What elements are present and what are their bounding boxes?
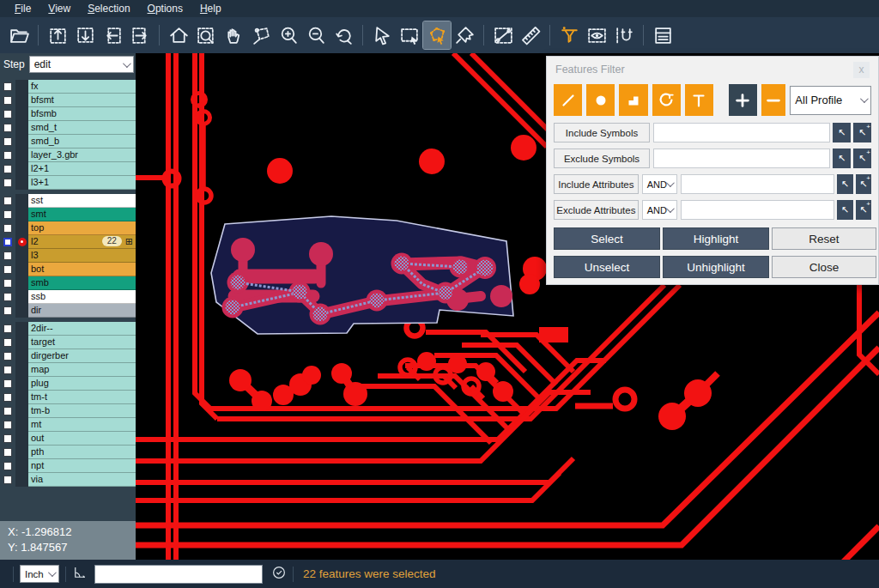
close-button[interactable]: Close bbox=[772, 256, 876, 278]
active-layer-indicator[interactable] bbox=[15, 418, 28, 432]
highlight-button[interactable]: Highlight bbox=[663, 227, 769, 250]
layer-name[interactable]: dirgerber bbox=[28, 349, 136, 363]
layer-row-bfsmb[interactable]: bfsmb bbox=[0, 107, 136, 121]
active-layer-indicator[interactable] bbox=[15, 473, 28, 487]
layer-row-2dir--[interactable]: 2dir-- bbox=[0, 322, 136, 336]
layer-name[interactable]: out bbox=[28, 432, 136, 446]
pick-add-attribute-icon[interactable]: ↖+ bbox=[856, 200, 871, 220]
layer-checkbox[interactable] bbox=[0, 121, 15, 135]
surface-feature-button[interactable] bbox=[619, 84, 647, 116]
menu-help[interactable]: Help bbox=[192, 1, 229, 16]
layer-checkbox[interactable] bbox=[0, 459, 15, 473]
layer-row-l3[interactable]: l3 bbox=[0, 249, 136, 263]
dialog-titlebar[interactable]: Features Filter x bbox=[547, 57, 878, 82]
active-layer-indicator[interactable] bbox=[15, 404, 28, 418]
layer-name[interactable]: target bbox=[28, 336, 136, 349]
layer-checkbox[interactable] bbox=[0, 404, 15, 418]
layer-checkbox[interactable] bbox=[0, 263, 15, 276]
pick-add-symbol-icon[interactable]: ↖+ bbox=[853, 123, 871, 142]
layer-name[interactable]: bfsmb bbox=[28, 107, 136, 121]
pick-attribute-icon[interactable]: ↖ bbox=[837, 200, 852, 220]
exclude-attributes-input[interactable] bbox=[681, 200, 834, 220]
pan-hand-icon[interactable] bbox=[220, 21, 247, 49]
text-feature-button[interactable] bbox=[685, 84, 713, 116]
pad-feature-button[interactable] bbox=[586, 84, 615, 116]
pick-add-symbol-icon[interactable]: ↖+ bbox=[853, 149, 871, 168]
active-layer-indicator[interactable] bbox=[15, 363, 28, 377]
snap-magnet-icon[interactable] bbox=[610, 21, 638, 49]
layer-name[interactable]: pth bbox=[28, 446, 136, 459]
layer-name[interactable]: fx bbox=[28, 80, 136, 94]
active-layer-indicator[interactable] bbox=[15, 322, 28, 336]
layer-row-via[interactable]: via bbox=[0, 473, 136, 487]
active-layer-indicator[interactable] bbox=[15, 194, 28, 208]
step-select[interactable]: edit bbox=[29, 56, 134, 73]
ruler-icon[interactable] bbox=[517, 21, 544, 49]
active-layer-indicator[interactable] bbox=[15, 221, 28, 235]
layer-row-smt[interactable]: smt bbox=[0, 208, 136, 221]
layer-name[interactable]: tm-t bbox=[28, 391, 136, 404]
exclude-symbols-input[interactable] bbox=[653, 149, 830, 168]
zoom-polygon-icon[interactable] bbox=[247, 21, 275, 49]
layer-row-smb[interactable]: smb bbox=[0, 276, 136, 290]
layer-checkbox[interactable] bbox=[0, 107, 15, 121]
layer-checkbox[interactable] bbox=[0, 135, 15, 149]
layer-checkbox[interactable] bbox=[0, 276, 15, 290]
active-layer-indicator[interactable] bbox=[15, 80, 28, 94]
properties-panel-icon[interactable] bbox=[649, 21, 676, 49]
unselect-button[interactable]: Unselect bbox=[554, 256, 660, 278]
pick-symbol-icon[interactable]: ↖ bbox=[833, 123, 851, 142]
layer-checkbox[interactable] bbox=[0, 208, 15, 221]
layer-checkbox[interactable] bbox=[0, 235, 15, 249]
layer-checkbox[interactable] bbox=[0, 322, 15, 336]
layer-checkbox[interactable] bbox=[0, 363, 15, 377]
layer-checkbox[interactable] bbox=[0, 377, 15, 391]
corner-angle-icon[interactable] bbox=[72, 565, 88, 584]
active-layer-indicator[interactable] bbox=[15, 176, 28, 190]
layer-checkbox[interactable] bbox=[0, 149, 15, 162]
layer-checkbox[interactable] bbox=[0, 304, 15, 318]
reset-button[interactable]: Reset bbox=[772, 227, 876, 250]
include-symbols-button[interactable]: Include Symbols bbox=[554, 123, 650, 142]
unhighlight-button[interactable]: Unhighlight bbox=[663, 256, 769, 278]
layer-row-dir[interactable]: dir bbox=[0, 304, 136, 318]
pick-add-attribute-icon[interactable]: ↖+ bbox=[856, 174, 871, 194]
layer-row-pth[interactable]: pth bbox=[0, 446, 136, 459]
add-filter-button[interactable] bbox=[729, 84, 757, 116]
layer-checkbox[interactable] bbox=[0, 391, 15, 404]
pick-symbol-icon[interactable]: ↖ bbox=[833, 149, 851, 168]
layer-name[interactable]: ssb bbox=[28, 290, 136, 304]
layer-row-out[interactable]: out bbox=[0, 432, 136, 446]
layer-name[interactable]: sst bbox=[28, 194, 136, 208]
move-left-icon[interactable] bbox=[99, 21, 126, 49]
layer-name[interactable]: via bbox=[28, 473, 136, 487]
menu-options[interactable]: Options bbox=[140, 1, 191, 16]
layer-name[interactable]: smd_t bbox=[28, 121, 136, 135]
active-layer-indicator[interactable] bbox=[15, 121, 28, 135]
layer-checkbox[interactable] bbox=[0, 80, 15, 94]
command-input[interactable] bbox=[94, 565, 263, 584]
layer-name[interactable]: smb bbox=[28, 276, 136, 290]
line-feature-button[interactable] bbox=[554, 84, 582, 116]
layer-row-fx[interactable]: fx bbox=[0, 80, 136, 94]
layer-row-top[interactable]: top bbox=[0, 221, 136, 235]
layer-name[interactable]: mt bbox=[28, 418, 136, 432]
zoom-out-icon[interactable] bbox=[302, 21, 330, 49]
layer-row-npt[interactable]: npt bbox=[0, 459, 136, 473]
active-layer-indicator[interactable] bbox=[15, 432, 28, 446]
active-layer-indicator[interactable] bbox=[15, 290, 28, 304]
layer-row-mt[interactable]: mt bbox=[0, 418, 136, 432]
menu-selection[interactable]: Selection bbox=[80, 1, 137, 16]
layer-row-map[interactable]: map bbox=[0, 363, 136, 377]
layer-row-smd_t[interactable]: smd_t bbox=[0, 121, 136, 135]
layer-name[interactable]: bot bbox=[28, 263, 136, 276]
menu-view[interactable]: View bbox=[40, 1, 78, 16]
layer-name[interactable]: dir bbox=[28, 304, 136, 318]
move-right-icon[interactable] bbox=[126, 21, 154, 49]
layer-checkbox[interactable] bbox=[0, 349, 15, 363]
layer-row-dirgerber[interactable]: dirgerber bbox=[0, 349, 136, 363]
clear-brush-icon[interactable] bbox=[451, 21, 478, 49]
layer-name[interactable]: l2+1 bbox=[28, 162, 136, 176]
layer-name[interactable]: smd_b bbox=[28, 135, 136, 149]
active-layer-indicator[interactable] bbox=[15, 208, 28, 221]
